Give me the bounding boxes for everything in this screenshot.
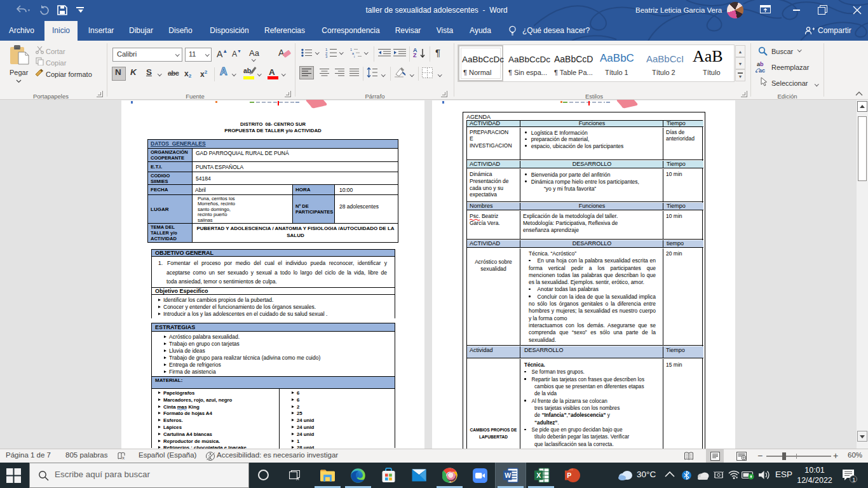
svg-text:x: x bbox=[122, 455, 125, 461]
svg-text:W: W bbox=[505, 471, 511, 479]
svg-text:i: i bbox=[354, 55, 355, 58]
svg-text:P: P bbox=[567, 471, 571, 479]
svg-text:X: X bbox=[536, 471, 541, 479]
svg-text:3: 3 bbox=[325, 55, 328, 58]
svg-text:1: 1 bbox=[852, 477, 855, 483]
